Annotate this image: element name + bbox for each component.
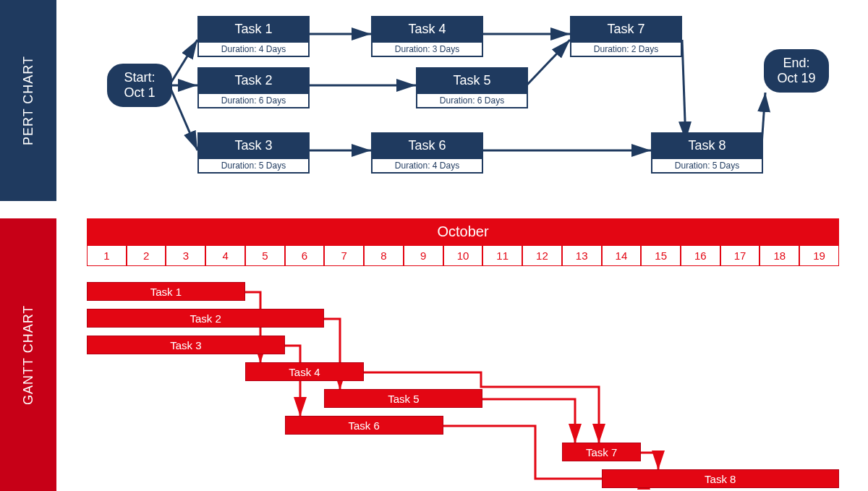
pert-task-2: Task 2 Duration: 6 Days (197, 67, 310, 108)
pert-task-4: Task 4 Duration: 3 Days (371, 16, 483, 57)
gantt-arrows (87, 269, 839, 491)
gantt-day-cell: 9 (404, 245, 443, 266)
gantt-day-cell: 16 (681, 245, 720, 266)
gantt-month: October (87, 218, 839, 245)
task-duration: Duration: 3 Days (373, 41, 482, 56)
pert-section-label: PERT CHART (0, 0, 56, 201)
task-title: Task 1 (199, 17, 308, 41)
pert-start-node: Start: Oct 1 (107, 64, 172, 107)
gantt-day-cell: 15 (641, 245, 681, 266)
end-line2: Oct 19 (777, 71, 815, 86)
gantt-day-cell: 8 (364, 245, 404, 266)
gantt-section-label: GANTT CHART (0, 218, 56, 491)
gantt-day-cell: 1 (87, 245, 127, 266)
task-duration: Duration: 5 Days (652, 158, 762, 172)
pert-end-node: End: Oct 19 (764, 49, 829, 93)
gantt-bar: Task 5 (324, 389, 482, 408)
gantt-bar: Task 4 (245, 362, 364, 381)
pert-task-8: Task 8 Duration: 5 Days (651, 132, 763, 174)
gantt-day-cell: 14 (602, 245, 642, 266)
pert-task-6: Task 6 Duration: 4 Days (371, 132, 483, 174)
gantt-day-cell: 5 (245, 245, 285, 266)
task-title: Task 4 (373, 17, 482, 41)
gantt-day-cell: 13 (562, 245, 602, 266)
pert-task-7: Task 7 Duration: 2 Days (570, 16, 682, 57)
task-duration: Duration: 2 Days (571, 41, 681, 56)
gantt-days-row: 12345678910111213141516171819 (87, 245, 839, 266)
pert-task-1: Task 1 Duration: 4 Days (197, 16, 310, 57)
gantt-day-cell: 11 (482, 245, 522, 266)
gantt-chart-area: October 12345678910111213141516171819 Ta… (56, 218, 868, 491)
gantt-bar: Task 8 (602, 469, 839, 488)
gantt-bar: Task 6 (285, 416, 443, 435)
gantt-bar: Task 2 (87, 309, 324, 328)
gantt-day-cell: 7 (324, 245, 364, 266)
task-title: Task 7 (571, 17, 681, 41)
task-title: Task 8 (652, 134, 762, 158)
start-line1: Start: (124, 70, 155, 85)
task-duration: Duration: 4 Days (373, 158, 482, 172)
task-duration: Duration: 6 Days (199, 93, 308, 107)
start-line2: Oct 1 (124, 85, 155, 101)
gantt-day-cell: 12 (522, 245, 562, 266)
gantt-day-cell: 18 (760, 245, 799, 266)
task-title: Task 5 (417, 69, 527, 93)
gantt-day-cell: 10 (443, 245, 483, 266)
task-duration: Duration: 4 Days (199, 41, 308, 56)
pert-task-3: Task 3 Duration: 5 Days (197, 132, 310, 174)
pert-chart-area: Start: Oct 1 Task 1 Duration: 4 Days Tas… (56, 0, 868, 201)
task-title: Task 2 (199, 69, 308, 93)
task-title: Task 6 (373, 134, 482, 158)
end-line1: End: (783, 56, 809, 71)
gantt-bar: Task 7 (562, 443, 641, 461)
gantt-day-cell: 17 (720, 245, 760, 266)
gantt-day-cell: 2 (127, 245, 166, 266)
gantt-day-cell: 3 (166, 245, 205, 266)
gantt-bar: Task 3 (87, 336, 285, 354)
gantt-header: October 12345678910111213141516171819 (87, 218, 839, 266)
pert-task-5: Task 5 Duration: 6 Days (416, 67, 528, 108)
gantt-day-cell: 6 (285, 245, 325, 266)
gantt-day-cell: 4 (205, 245, 245, 266)
gantt-day-cell: 19 (799, 245, 839, 266)
task-duration: Duration: 6 Days (417, 93, 527, 107)
task-duration: Duration: 5 Days (199, 158, 308, 172)
gantt-bar: Task 1 (87, 282, 245, 301)
task-title: Task 3 (199, 134, 308, 158)
